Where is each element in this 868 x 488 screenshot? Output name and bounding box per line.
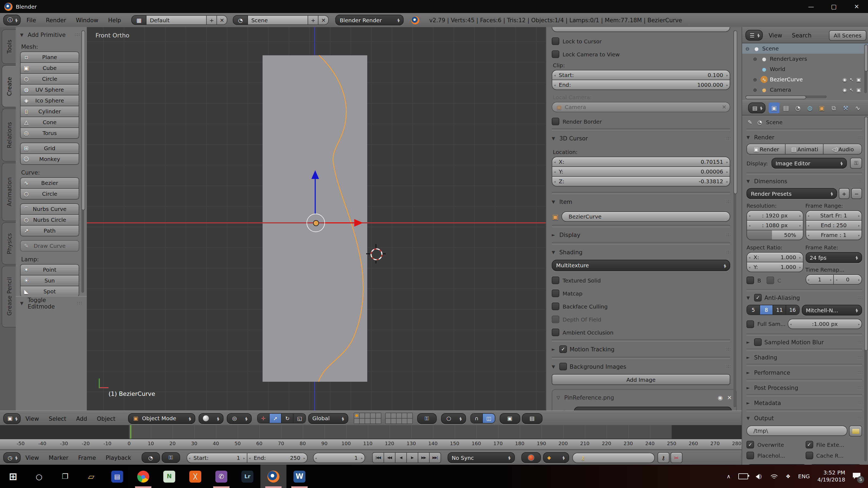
add-layout-button[interactable]: + [207,15,217,25]
layer-cell-11[interactable] [385,413,390,418]
timeline-end-field[interactable]: End: 250 [247,453,307,463]
shading-panel-header[interactable]: ►Shading∷∷ [746,353,862,362]
cylinder-button[interactable]: ▯Cylinder [20,106,79,117]
layer-cell-10[interactable] [376,419,380,423]
translate-manipulator-icon[interactable]: ➚ [269,414,281,423]
output-file-exte-checkbox[interactable]: ✓File Exte... [805,441,862,448]
animati-button[interactable]: ▤Animati [785,144,824,155]
battery-icon[interactable] [738,474,748,479]
cursor-location-x-field[interactable]: X:0.70151 [552,157,730,167]
minimize-button[interactable]: — [800,0,823,13]
toolshelf-tab-physics[interactable]: Physics [2,222,16,265]
toolshelf-tab-animation[interactable]: Animation [2,163,16,221]
snap-element-icon[interactable]: ◫ [482,414,495,423]
info-menu-window[interactable]: Window [71,13,103,27]
jump-start-icon[interactable]: |◀◀ [372,452,384,463]
layer-cell-6[interactable] [354,419,359,423]
grid-button[interactable]: ⊞Grid [20,142,79,154]
tray-expand-chevron-icon[interactable]: ∧ [727,474,731,479]
info-menu-file[interactable]: File [22,13,41,27]
item-name-field[interactable]: BezierCurve [561,212,730,222]
timeline-ruler[interactable]: -50-40-30-20-100102030405060708090100110… [0,438,742,450]
aa-filter-select[interactable]: Mitchell-N... ▲▼ [802,305,862,316]
taskbar-app-start[interactable]: ⊞ [0,465,26,488]
rotate-manipulator-icon[interactable]: ↻ [281,414,293,423]
cursor-location-y-field[interactable]: Y:0.00006 [552,166,730,177]
cursor-location-z-field[interactable]: Z:-0.33812 [552,176,730,187]
shading-panel-header[interactable]: ▼ Shading ∷∷ [552,248,730,257]
toolshelf-tab-grease-pencil[interactable]: Grease Pencil [2,266,16,327]
auto-keyframe-record-icon[interactable] [521,452,540,463]
volume-icon[interactable]: ) [755,474,762,479]
camera-icon[interactable]: ▣ [856,77,861,82]
toolshelf-scrollbar[interactable] [82,30,84,293]
opengl-render-icon[interactable]: ▣ [499,413,520,424]
properties-tab-modifiers[interactable]: ⚒ [840,102,851,113]
layer-cell-2[interactable] [360,413,364,418]
taskbar-app-viber[interactable]: ✆ [208,465,235,488]
render-border-checkbox[interactable]: Render Border [552,118,730,125]
taskbar-app-search[interactable]: ○ [26,465,52,488]
play-icon[interactable]: ▶ [406,452,418,463]
view-lock-camera-to-view-checkbox[interactable]: Lock Camera to View [552,51,730,58]
resolution-y-field[interactable]: : 1080 px [746,220,803,230]
circle-button[interactable]: ○Circle [20,73,79,85]
eye-icon[interactable]: ◉ [842,77,847,82]
screen-layout-value[interactable]: Default [147,15,207,25]
toolshelf-tab-tools[interactable]: Tools [2,29,16,64]
clip-start-field[interactable]: Start: 0.100 [552,70,730,80]
render-panel-header[interactable]: ▼ Render ∷∷ [746,133,862,141]
torus-button[interactable]: ◎Torus [20,127,79,139]
viewport-menu-add[interactable]: Add [71,411,92,426]
outliner-row-beziercurve[interactable]: ⊕∿BezierCurve◉↖▣ [742,74,868,85]
delete-keyframe-icon[interactable]: ✂ [670,452,682,463]
eye-icon[interactable]: ◉ [718,394,723,401]
output-cache-r-checkbox[interactable]: Cache R... [805,452,862,459]
scale-manipulator-icon[interactable]: ◱ [293,414,305,423]
properties-tab-constraints[interactable]: ⧉ [828,102,839,113]
npanel-scrollbar[interactable] [734,30,736,407]
delete-scene-button[interactable]: ✕ [318,15,329,25]
border-checkbox[interactable]: B [746,276,761,284]
layer-cell-9[interactable] [370,419,375,423]
current-frame-indicator[interactable] [130,425,131,438]
toolshelf-tab-create[interactable]: Create [2,65,16,107]
sun-button[interactable]: ☀Sun [20,275,79,286]
taskbar-app-blender[interactable] [260,465,286,488]
taskbar-app-notepad-plus[interactable]: N [156,465,182,488]
taskbar-app-file-explorer[interactable]: ▱ [78,465,104,488]
cursor-icon[interactable]: ↖ [849,87,854,93]
cube-button[interactable]: ▣Cube [20,62,79,74]
resolution-x-field[interactable]: : 1920 px [746,210,803,221]
open-folder-icon[interactable] [849,426,862,436]
viewport-menu-view[interactable]: View [21,411,44,426]
eye-icon[interactable]: ◉ [842,87,847,93]
editor-type-selector-info[interactable]: ⓘ ▲▼ [3,14,21,26]
camera-icon[interactable]: ▣ [856,87,861,93]
wifi-icon[interactable] [769,473,778,480]
path-button[interactable]: ↗Path [20,225,79,236]
timeline-menu-marker[interactable]: Marker [44,450,73,465]
timeline-region[interactable]: -50-40-30-20-100102030405060708090100110… [0,425,742,450]
bezier-button[interactable]: ∿Bezier [20,177,79,189]
axis-select[interactable]: Front ▲▼ [574,407,732,411]
info-menu-help[interactable]: Help [103,13,126,27]
editor-type-selector-3dview[interactable]: ▣ ▲▼ [3,413,21,424]
time-remap-new-field[interactable]: 0 [834,274,862,285]
manipulator-axes-icon[interactable]: ✛ [257,414,269,423]
remove-image-icon[interactable]: ✕ [727,394,732,401]
outliner-row-scene[interactable]: ⊖●Scene [742,43,868,54]
ico-sphere-button[interactable]: ◈Ico Sphere [20,95,79,106]
layer-cell-14[interactable] [402,413,407,418]
properties-tab-render[interactable]: ▣ [769,102,780,113]
prev-keyframe-icon[interactable]: ◀◀ [383,452,395,463]
anti-aliasing-panel-header[interactable]: ▼ ✓ Anti-Aliasing ∷∷ [746,293,862,302]
taskbar-app-chrome[interactable]: ● [130,465,156,488]
outliner-hscrollbar[interactable] [745,95,827,98]
taskbar-app-word[interactable]: W [286,465,312,488]
clipped-top-field[interactable] [552,27,730,32]
toolshelf-tab-relations[interactable]: Relations [2,108,16,162]
aspect-y-field[interactable]: Y:1.000 [746,262,803,272]
taskbar-app-installer[interactable]: ▤ [104,465,130,488]
insert-keyframe-icon[interactable]: ⚷ [657,452,669,463]
